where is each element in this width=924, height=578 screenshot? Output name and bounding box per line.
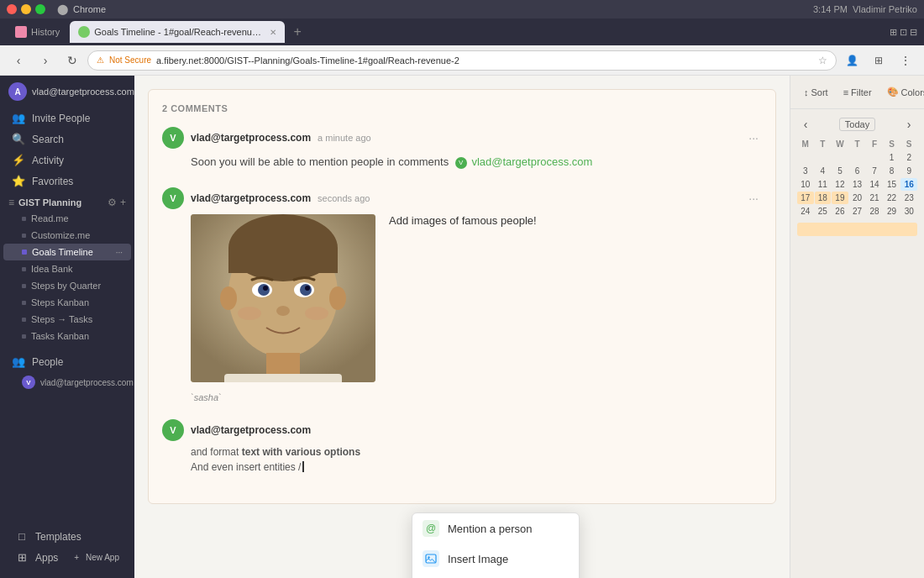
- minimize-button[interactable]: [21, 4, 31, 14]
- comment-2-more-button[interactable]: ···: [745, 192, 762, 205]
- mention-icon: @: [423, 520, 439, 537]
- slash-menu: @ Mention a person Insert Image: [412, 512, 580, 578]
- sidebar-user[interactable]: A vlad@targetprocess.com: [0, 76, 134, 108]
- sidebar-item-activity[interactable]: ⚡ Activity: [3, 150, 131, 171]
- workspace-settings-button[interactable]: ⚙: [108, 197, 117, 208]
- sidebar-item-user-sub[interactable]: V vlad@targetprocess.com: [3, 372, 131, 392]
- cal-cell-25[interactable]: 25: [815, 205, 832, 218]
- cal-cell-21[interactable]: 21: [866, 192, 883, 204]
- comment-1-time: a minute ago: [318, 133, 371, 143]
- new-tab-button[interactable]: +: [286, 21, 308, 43]
- sidebar-item-search[interactable]: 🔍 Search: [3, 129, 131, 150]
- cal-cell-13[interactable]: 13: [849, 178, 866, 191]
- sidebar-item-idea-bank[interactable]: Idea Bank: [3, 260, 131, 277]
- reload-button[interactable]: ↻: [60, 49, 84, 72]
- comments-area: 2 COMMENTS V vlad@targetprocess.com a mi…: [148, 89, 776, 504]
- menu-button[interactable]: ⋮: [894, 49, 917, 72]
- cal-cell-17[interactable]: 17: [797, 192, 814, 204]
- cal-cell-18[interactable]: 18: [815, 192, 832, 204]
- cal-cell-22[interactable]: 22: [884, 192, 900, 204]
- cal-cell-3[interactable]: 3: [797, 165, 814, 177]
- slash-menu-item-mention[interactable]: @ Mention a person: [412, 513, 579, 544]
- sidebar-item-user-email: vlad@targetprocess.com: [40, 378, 134, 387]
- sidebar-item-steps-quarter[interactable]: Steps by Quarter: [3, 277, 131, 294]
- cal-cell-19[interactable]: 19: [832, 192, 848, 204]
- cal-cell-8[interactable]: 8: [884, 165, 900, 177]
- user-avatar: A: [8, 82, 27, 101]
- cal-cell-4[interactable]: 4: [815, 165, 832, 177]
- tab-close-button[interactable]: ✕: [270, 28, 276, 37]
- cal-cell-23[interactable]: 23: [900, 192, 917, 204]
- slash-menu-item-table[interactable]: Insert Table: [412, 574, 579, 578]
- cal-cell-15[interactable]: 15: [884, 178, 900, 191]
- goals-menu-icon[interactable]: ···: [116, 248, 123, 257]
- comment-insert-line[interactable]: And even insert entities /: [191, 461, 762, 473]
- sidebar-item-goals-timeline[interactable]: Goals Timeline ···: [3, 244, 131, 260]
- sort-button[interactable]: ↕ Sort: [799, 85, 833, 100]
- sidebar-item-apps[interactable]: ⊞ Apps + New App: [7, 547, 128, 568]
- cal-cell-6[interactable]: 6: [849, 165, 866, 177]
- extensions-button[interactable]: ⊞: [867, 49, 890, 72]
- account-button[interactable]: 👤: [840, 49, 864, 72]
- cal-cell-11[interactable]: 11: [815, 178, 832, 191]
- bookmark-icon[interactable]: ☆: [818, 55, 827, 66]
- calendar-prev-button[interactable]: ‹: [797, 116, 814, 133]
- sidebar-item-favorites[interactable]: ⭐ Favorites: [3, 171, 131, 192]
- cal-cell-14[interactable]: 14: [866, 178, 883, 191]
- sidebar-item-tasks-kanban[interactable]: Tasks Kanban: [3, 328, 131, 344]
- slash-menu-item-image[interactable]: Insert Image: [412, 544, 579, 574]
- cal-cell-16-today[interactable]: 16: [900, 178, 917, 191]
- calendar-today-button[interactable]: Today: [839, 118, 875, 131]
- cal-cell-7[interactable]: 7: [866, 165, 883, 177]
- mention-avatar-1: V: [455, 155, 470, 168]
- url-text[interactable]: a.fibery.net:8000/GIST--Planning/Goals-T…: [156, 55, 813, 66]
- close-button[interactable]: [7, 4, 17, 14]
- sidebar-item-steps-kanban[interactable]: Steps Kanban: [3, 294, 131, 311]
- cal-cell-26[interactable]: 26: [832, 205, 848, 218]
- cal-cell-9[interactable]: 9: [900, 165, 917, 177]
- cal-cell-27[interactable]: 27: [849, 205, 866, 218]
- security-icon: ⚠: [97, 55, 104, 65]
- new-app-label[interactable]: New App: [86, 553, 119, 562]
- app-title: Chrome: [73, 4, 106, 14]
- colors-button[interactable]: 🎨 Colors: [882, 84, 924, 100]
- cal-cell-24[interactable]: 24: [797, 205, 814, 218]
- sidebar-item-invite[interactable]: 👥 Invite People: [3, 108, 131, 129]
- cal-cell-30[interactable]: 30: [900, 205, 917, 218]
- tab-history[interactable]: History: [7, 21, 68, 43]
- cal-cell-29[interactable]: 29: [884, 205, 900, 218]
- cal-header-0: M: [797, 138, 814, 150]
- sidebar-item-people-label: People: [32, 356, 63, 368]
- sidebar-item-readme[interactable]: Read.me: [3, 210, 131, 227]
- sidebar-item-steps-tasks[interactable]: Steps → Tasks: [3, 311, 131, 328]
- calendar-next-button[interactable]: ›: [900, 116, 917, 133]
- cal-cell-5[interactable]: 5: [832, 165, 848, 177]
- templates-icon: □: [15, 530, 29, 543]
- comment-1-more-button[interactable]: ···: [745, 131, 762, 144]
- sidebar-item-people[interactable]: 👥 People: [3, 351, 131, 372]
- forward-button[interactable]: ›: [34, 49, 57, 72]
- cal-cell-12[interactable]: 12: [832, 178, 848, 191]
- comment-1-body: Soon you will be able to mention people …: [191, 154, 762, 171]
- invite-icon: 👥: [12, 112, 25, 124]
- comment-1-text-before: Soon you will be able to mention people …: [191, 155, 449, 168]
- back-button[interactable]: ‹: [7, 49, 30, 72]
- cal-cell-10[interactable]: 10: [797, 178, 814, 191]
- sidebar-item-customize[interactable]: Customize.me: [3, 227, 131, 244]
- mention-avatar-icon: V: [455, 157, 467, 169]
- cal-cell-28[interactable]: 28: [866, 205, 883, 218]
- comment-editing-avatar: V: [162, 419, 184, 441]
- cal-cell-1[interactable]: 1: [884, 151, 900, 164]
- address-bar[interactable]: ⚠ Not Secure a.fibery.net:8000/GIST--Pla…: [87, 50, 837, 71]
- sidebar-item-steps-quarter-label: Steps by Quarter: [31, 281, 101, 291]
- tab-label-goals: Goals Timeline - 1#goal/Reach-revenue-2: [94, 27, 262, 37]
- workspace-add-button[interactable]: +: [120, 197, 126, 208]
- tab-goals-timeline[interactable]: Goals Timeline - 1#goal/Reach-revenue-2 …: [70, 21, 285, 43]
- mention-link-1[interactable]: vlad@targetprocess.com: [471, 155, 592, 168]
- cal-cell-20[interactable]: 20: [849, 192, 866, 204]
- slash-menu-label-image: Insert Image: [448, 553, 508, 565]
- filter-button[interactable]: ≡ Filter: [838, 85, 877, 100]
- maximize-button[interactable]: [35, 4, 45, 14]
- cal-cell-2[interactable]: 2: [900, 151, 917, 164]
- sidebar-item-templates[interactable]: □ Templates: [7, 526, 128, 547]
